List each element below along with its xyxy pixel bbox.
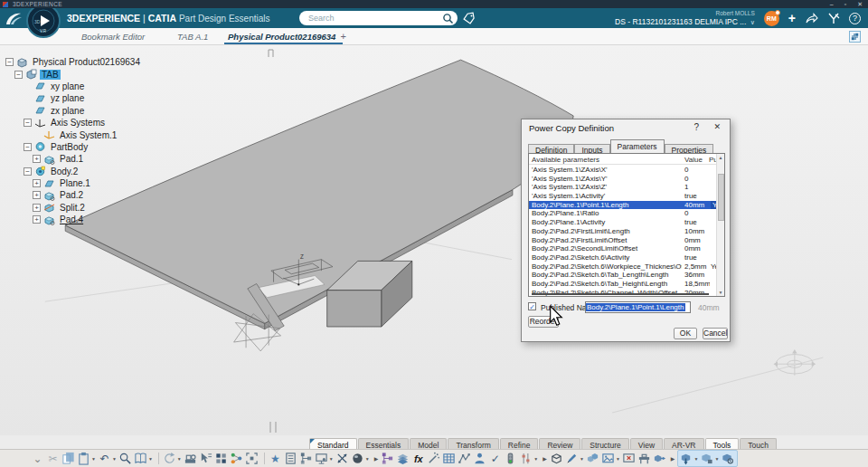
dropdown-caret-icon[interactable]: ▼	[533, 456, 538, 462]
parameter-row[interactable]: Body.2\Pad.2\FirstLimit\Offset0mm	[529, 236, 716, 245]
document-tab-physical-product02169634[interactable]: Physical Product02169634	[228, 28, 335, 44]
powercopy-save-icon[interactable]: ▼	[700, 451, 719, 467]
screen-reject-icon[interactable]	[622, 451, 636, 467]
expand-icon[interactable]: +	[33, 215, 41, 224]
parameter-row[interactable]: Body.2\Pad.2\Sketch.6\Tab_Height\Length1…	[529, 280, 716, 289]
share-icon[interactable]	[805, 13, 818, 24]
tree-item-zx-plane[interactable]: zx plane	[49, 106, 86, 116]
search-icon[interactable]	[442, 13, 454, 24]
structure-graph-icon[interactable]	[299, 451, 313, 467]
display-options-icon[interactable]: ▼	[315, 451, 334, 467]
dropdown-caret-icon[interactable]: ▼	[112, 456, 117, 462]
expand-icon[interactable]: +	[33, 191, 41, 199]
parameter-row[interactable]: Body.2\Plane.1\Point.1\Length40mmYes	[529, 201, 716, 210]
tree-anchor-handle[interactable]	[267, 49, 281, 58]
overflow-chevron-icon[interactable]: ⌄	[31, 451, 44, 467]
tree-item-physical-product02169634[interactable]: Physical Product02169634	[31, 57, 142, 67]
tree-item-axis-systems[interactable]: Axis Systems	[49, 118, 107, 128]
expand-icon[interactable]: +	[33, 179, 41, 187]
collapse-icon[interactable]: −	[14, 71, 23, 79]
scrollbar-thumb[interactable]	[718, 174, 724, 221]
powercopy-insert-icon[interactable]: ▼	[679, 451, 698, 467]
engineer-icon[interactable]	[473, 451, 486, 467]
tag-icon[interactable]	[462, 12, 476, 24]
favorites-star-icon[interactable]: ★	[269, 451, 282, 467]
tree-item-xy-plane[interactable]: xy plane	[49, 81, 86, 91]
catalog-icon[interactable]: ▼	[134, 451, 153, 467]
tree-item-plane-1[interactable]: Plane.1	[58, 178, 92, 188]
add-app-button[interactable]: +	[788, 11, 796, 25]
dropdown-caret-icon[interactable]: ▼	[365, 456, 370, 462]
measure-icon[interactable]	[335, 451, 349, 467]
update-icon[interactable]: ▼	[163, 451, 182, 467]
tenant-caret-icon[interactable]: ∨	[750, 19, 755, 25]
tree-item-body-2[interactable]: Body.2	[49, 167, 80, 176]
expand-icon[interactable]: +	[33, 204, 41, 212]
tree-item-pad-4[interactable]: Pad.4	[58, 214, 85, 224]
dropdown-caret-icon[interactable]: ▼	[714, 456, 719, 462]
material-sphere-icon[interactable]: ▼	[351, 451, 370, 467]
tree-axis-handle[interactable]	[268, 422, 282, 433]
stylus-icon[interactable]: ▼	[565, 451, 584, 467]
undo-icon[interactable]: ↶▼	[98, 451, 117, 467]
workbench-icon[interactable]	[637, 451, 651, 467]
task-check-icon[interactable]: ✓	[488, 451, 502, 467]
powercopy-update-icon[interactable]	[721, 451, 734, 467]
dialog-tab-parameters[interactable]: Parameters	[610, 139, 665, 153]
collapse-icon[interactable]: −	[5, 58, 14, 66]
parameter-row[interactable]: Body.2\Pad.2\Sketch.6\Workpiece_Thicknes…	[529, 262, 716, 272]
model-graph-icon[interactable]	[381, 451, 394, 467]
tree-item-partbody[interactable]: PartBody	[49, 142, 90, 152]
formula-icon[interactable]: fx	[411, 451, 425, 467]
collapse-icon[interactable]: −	[24, 143, 32, 151]
dropdown-caret-icon[interactable]: ▼	[91, 456, 96, 462]
dropdown-caret-icon[interactable]: ▼	[148, 456, 153, 462]
published-name-checkbox[interactable]: ✓	[528, 302, 536, 310]
scroll-down-icon[interactable]: ▼	[717, 289, 724, 296]
close-button[interactable]: ✕	[857, 0, 863, 8]
parameter-row[interactable]: 'Axis System.1\ZAxis\Z'1	[529, 183, 716, 192]
selection-sets-icon[interactable]	[199, 451, 212, 467]
tree-item-pad-1[interactable]: Pad.1	[58, 154, 85, 164]
ok-button[interactable]: OK	[674, 328, 697, 339]
design-table-icon[interactable]	[442, 451, 456, 467]
layers-icon[interactable]	[396, 451, 410, 467]
capture-icon[interactable]: ▼	[601, 451, 620, 467]
components-icon[interactable]	[586, 451, 599, 467]
dialog-close-icon[interactable]: ✕	[713, 122, 721, 131]
dialog-help-button[interactable]: ?	[693, 122, 699, 132]
parameter-row[interactable]: 'Axis System.1\Activity'true	[529, 192, 716, 201]
collapse-icon[interactable]: −	[24, 119, 32, 127]
parameter-row[interactable]: Body.2\Pad.2\FirstLimit\Length10mm	[529, 227, 716, 236]
user-avatar[interactable]: RM	[764, 11, 779, 26]
toolbar-overflow-icon[interactable]: ▶	[671, 455, 675, 462]
tree-item-axis-system-1[interactable]: Axis System.1	[58, 130, 118, 140]
tree-item-tab[interactable]: TAB	[40, 70, 61, 80]
dropdown-caret-icon[interactable]: ▼	[329, 456, 334, 462]
search-icon[interactable]	[118, 451, 132, 467]
help-icon[interactable]: ?	[849, 13, 861, 24]
iso-view-icon[interactable]	[550, 451, 563, 467]
restore-viewport-icon[interactable]	[849, 31, 861, 43]
slider-panel-icon[interactable]: ▼	[519, 451, 538, 467]
dropdown-caret-icon[interactable]: ▼	[616, 456, 620, 462]
new-tab-button[interactable]: +	[340, 31, 345, 42]
toolbar-overflow-icon[interactable]: ▶	[542, 455, 547, 462]
3d-compass-button[interactable]: 3D V.R	[25, 3, 61, 39]
parameter-row[interactable]: Body.2\Pad.2\Sketch.6\Tab_Length\Length3…	[529, 271, 716, 280]
tenant-info[interactable]: Robert MOLLS DS - R1132101231163 DELMIA …	[615, 11, 755, 25]
toolbar-overflow-icon[interactable]: ▶	[374, 455, 379, 462]
maximize-button[interactable]: ▫	[844, 0, 846, 8]
horizontal-scrollbar[interactable]	[532, 293, 709, 295]
press-machine-icon[interactable]	[184, 451, 197, 467]
properties-grid-icon[interactable]	[214, 451, 228, 467]
scroll-up-icon[interactable]: ▲	[717, 154, 724, 161]
dropdown-caret-icon[interactable]: ▼	[580, 456, 584, 462]
swym-icon[interactable]	[827, 13, 840, 24]
collapse-icon[interactable]: −	[24, 167, 32, 176]
paste-icon[interactable]: ▼	[77, 451, 96, 467]
parameter-row[interactable]: Body.2\Plane.1\Activitytrue	[529, 218, 716, 227]
parameter-row[interactable]: Body.2\Pad.2\Sketch.6\Activitytrue	[529, 253, 716, 262]
parameters-scrollbar[interactable]: ▲ ▼	[716, 154, 724, 296]
insert-box-icon[interactable]	[653, 451, 666, 467]
